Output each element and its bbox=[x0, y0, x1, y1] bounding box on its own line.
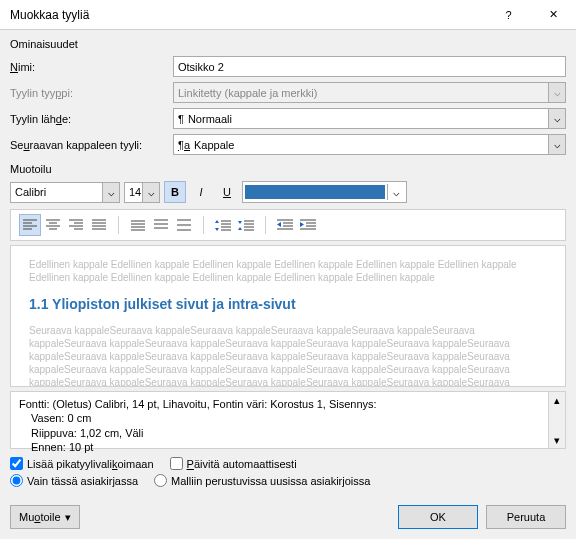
description-box: Fontti: (Oletus) Calibri, 14 pt, Lihavoi… bbox=[10, 391, 566, 449]
chevron-down-icon[interactable]: ⌵ bbox=[548, 135, 565, 154]
chevron-down-icon[interactable]: ⌵ bbox=[142, 183, 159, 202]
add-to-gallery-checkbox[interactable]: Lisää pikatyylivalikoimaan bbox=[10, 457, 154, 470]
this-document-radio[interactable]: Vain tässä asiakirjassa bbox=[10, 474, 138, 487]
font-name-value: Calibri bbox=[15, 186, 46, 198]
align-justify-button[interactable] bbox=[88, 214, 110, 236]
style-based-on-label: Tyylin lähde: bbox=[10, 113, 165, 125]
chevron-down-icon[interactable]: ⌵ bbox=[387, 184, 404, 200]
space-before-dec-button[interactable] bbox=[235, 214, 257, 236]
ok-button[interactable]: OK bbox=[398, 505, 478, 529]
font-size-select[interactable]: 14 ⌵ bbox=[124, 182, 160, 203]
cancel-button[interactable]: Peruuta bbox=[486, 505, 566, 529]
format-dropdown-button[interactable]: Muotoile ▾ bbox=[10, 505, 80, 529]
desc-line1: Fontti: (Oletus) Calibri, 14 pt, Lihavoi… bbox=[19, 397, 544, 411]
chevron-down-icon[interactable]: ⌵ bbox=[102, 183, 119, 202]
titlebar: Muokkaa tyyliä ? ✕ bbox=[0, 0, 576, 30]
close-button[interactable]: ✕ bbox=[531, 0, 576, 30]
font-color-select[interactable]: ⌵ bbox=[242, 181, 407, 203]
color-swatch bbox=[245, 185, 385, 199]
svg-marker-47 bbox=[300, 222, 304, 227]
desc-line4: Ennen: 10 pt bbox=[19, 440, 544, 454]
style-type-label: Tyylin tyyppi: bbox=[10, 87, 165, 99]
space-before-inc-button[interactable] bbox=[212, 214, 234, 236]
pilcrow-a-icon: ¶a bbox=[178, 139, 190, 151]
pilcrow-icon: ¶ bbox=[178, 113, 184, 125]
style-type-value: Linkitetty (kappale ja merkki) bbox=[178, 87, 317, 99]
paragraph-toolbar bbox=[10, 209, 566, 241]
scroll-down-icon[interactable]: ▾ bbox=[549, 432, 565, 448]
svg-marker-30 bbox=[215, 220, 219, 223]
chevron-down-icon: ▾ bbox=[65, 511, 71, 524]
description-scrollbar[interactable]: ▴ ▾ bbox=[548, 392, 565, 448]
next-paragraph-value: Kappale bbox=[194, 139, 234, 151]
line-spacing-1-button[interactable] bbox=[127, 214, 149, 236]
name-label: Nimi: bbox=[10, 61, 165, 73]
svg-marker-42 bbox=[277, 222, 281, 227]
desc-line3: Riippuva: 1,02 cm, Väli bbox=[19, 426, 544, 440]
window-title: Muokkaa tyyliä bbox=[10, 8, 486, 22]
preview-pane: Edellinen kappale Edellinen kappale Edel… bbox=[10, 245, 566, 387]
style-based-on-value: Normaali bbox=[188, 113, 232, 125]
format-section-label: Muotoilu bbox=[10, 163, 566, 175]
bold-button[interactable]: B bbox=[164, 181, 186, 203]
style-type-select: Linkitetty (kappale ja merkki) ⌵ bbox=[173, 82, 566, 103]
properties-section-label: Ominaisuudet bbox=[10, 38, 566, 50]
align-left-button[interactable] bbox=[19, 214, 41, 236]
next-paragraph-label: Seuraavan kappaleen tyyli: bbox=[10, 139, 165, 151]
underline-button[interactable]: U bbox=[216, 181, 238, 203]
align-right-button[interactable] bbox=[65, 214, 87, 236]
svg-marker-36 bbox=[238, 221, 242, 224]
next-paragraph-select[interactable]: ¶aKappale ⌵ bbox=[173, 134, 566, 155]
template-radio[interactable]: Malliin perustuvissa uusissa asiakirjois… bbox=[154, 474, 370, 487]
italic-button[interactable]: I bbox=[190, 181, 212, 203]
svg-marker-31 bbox=[215, 228, 219, 231]
chevron-down-icon[interactable]: ⌵ bbox=[548, 109, 565, 128]
svg-marker-37 bbox=[238, 227, 242, 230]
desc-line2: Vasen: 0 cm bbox=[19, 411, 544, 425]
preview-sample-text: 1.1 Yliopiston julkiset sivut ja intra-s… bbox=[29, 296, 547, 312]
preview-prev-text: Edellinen kappale Edellinen kappale Edel… bbox=[29, 258, 547, 284]
indent-increase-button[interactable] bbox=[297, 214, 319, 236]
align-center-button[interactable] bbox=[42, 214, 64, 236]
auto-update-checkbox[interactable]: Päivitä automaattisesti bbox=[170, 457, 297, 470]
indent-decrease-button[interactable] bbox=[274, 214, 296, 236]
chevron-down-icon: ⌵ bbox=[548, 83, 565, 102]
line-spacing-1-5-button[interactable] bbox=[150, 214, 172, 236]
name-input[interactable] bbox=[173, 56, 566, 77]
font-size-value: 14 bbox=[129, 186, 141, 198]
font-name-select[interactable]: Calibri ⌵ bbox=[10, 182, 120, 203]
style-based-on-select[interactable]: ¶Normaali ⌵ bbox=[173, 108, 566, 129]
preview-next-text: Seuraava kappaleSeuraava kappaleSeuraava… bbox=[29, 324, 547, 387]
scroll-up-icon[interactable]: ▴ bbox=[549, 392, 565, 408]
help-button[interactable]: ? bbox=[486, 0, 531, 30]
line-spacing-2-button[interactable] bbox=[173, 214, 195, 236]
